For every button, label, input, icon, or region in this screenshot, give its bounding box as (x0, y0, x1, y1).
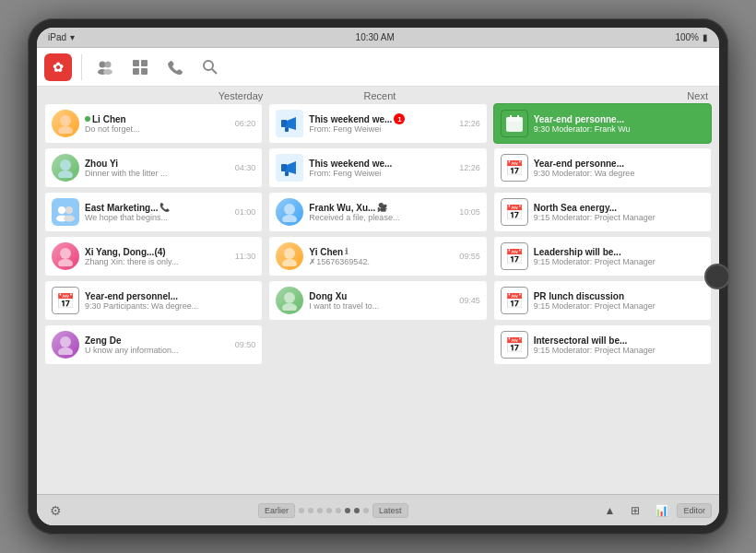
list-item[interactable]: This weekend we... 1 From: Feng Weiwei 1… (268, 103, 487, 144)
card-time: 12:26 (459, 119, 480, 128)
app-logo[interactable]: ✿ (44, 53, 72, 81)
page-dot[interactable] (299, 508, 304, 513)
page-dot[interactable] (326, 508, 332, 513)
card-body: Zhou Yi Dinner with the litter ... (85, 159, 230, 178)
card-subtitle: 9:15 Moderator: Project Manager (534, 301, 704, 311)
svg-point-8 (204, 61, 213, 70)
page-dot[interactable] (308, 508, 313, 513)
nav-bar: ✿ (37, 48, 719, 87)
card-body: This weekend we... 1 From: Feng Weiwei (309, 113, 454, 134)
grid-icon[interactable] (126, 53, 154, 81)
svg-point-15 (65, 206, 73, 214)
card-body: Leadership will be... 9:15 Moderator: Pr… (534, 247, 704, 266)
svg-point-10 (60, 115, 71, 126)
svg-point-11 (58, 126, 73, 134)
svg-point-28 (284, 248, 295, 259)
logo-symbol: ✿ (53, 60, 64, 75)
card-title: Year-end personnel... (85, 291, 250, 301)
list-item[interactable]: Dong Xu I want to travel to... 09:45 (268, 280, 487, 321)
bottom-right: ▲ ⊞ 📊 Editor (599, 500, 712, 521)
svg-point-27 (282, 215, 297, 222)
recent-column: This weekend we... 1 From: Feng Weiwei 1… (268, 103, 487, 494)
battery-icon: ▮ (703, 32, 708, 42)
card-body: Year-end personne... 9:30 Moderator: Wa … (534, 159, 704, 178)
card-time: 09:55 (459, 252, 480, 261)
card-subtitle: From: Feng Weiwei (309, 169, 454, 178)
card-title: North Sea energy... (534, 203, 704, 213)
card-body: Zeng De U know any information... (85, 335, 230, 355)
list-item[interactable]: 📅 Year-end personne... 9:30 Moderator: W… (493, 147, 712, 188)
card-body: East Marketing... 📞 We hope that begins.… (85, 203, 230, 222)
megaphone-avatar (276, 110, 303, 137)
list-item[interactable]: 📅 Year-end personnel... 9:30 Participant… (44, 280, 263, 321)
list-item[interactable]: This weekend we... From: Feng Weiwei 12:… (268, 147, 487, 188)
svg-point-12 (60, 159, 71, 171)
svg-rect-5 (141, 60, 148, 66)
card-body: Intersectoral will be... 9:15 Moderator:… (534, 335, 704, 355)
contacts-icon[interactable] (91, 53, 119, 81)
list-item[interactable]: Xi Yang, Dong...(4) Zhang Xin: there is … (44, 236, 263, 276)
unread-badge: 1 (394, 113, 405, 124)
svg-point-1 (105, 61, 112, 67)
carrier-label: iPad (48, 32, 66, 42)
search-icon[interactable] (196, 53, 224, 81)
chart-icon[interactable]: 📊 (651, 500, 671, 521)
list-item[interactable]: Zhou Yi Dinner with the litter ... 04:30 (44, 147, 263, 188)
card-subtitle: 9:15 Moderator: Project Manager (534, 213, 704, 222)
up-icon[interactable]: ▲ (599, 500, 620, 521)
card-subtitle: From: Feng Weiwei (309, 124, 454, 134)
earlier-button[interactable]: Earlier (258, 503, 295, 518)
list-item[interactable]: Yi Chen ℹ ✗15676369542. 09:55 (268, 236, 487, 276)
grid-view-icon[interactable]: ⊞ (625, 500, 645, 521)
card-title: Zhou Yi (85, 159, 230, 169)
editor-button[interactable]: Editor (677, 503, 712, 518)
card-title: East Marketing... 📞 (85, 203, 230, 213)
phone-icon[interactable] (161, 53, 189, 81)
list-item[interactable]: 📅 Leadership will be... 9:15 Moderator: … (493, 236, 712, 276)
list-item[interactable]: Frank Wu, Xu... 🎥 Received a file, pleas… (268, 192, 487, 232)
video-icon: 🎥 (377, 203, 387, 212)
card-subtitle: U know any information... (85, 346, 230, 355)
card-subtitle: We hope that begins... (85, 213, 230, 222)
svg-point-14 (58, 206, 65, 214)
list-item[interactable]: 📅 PR lunch discussion 9:15 Moderator: Pr… (493, 280, 712, 321)
card-subtitle: 9:30 Moderator: Frank Wu (534, 124, 704, 134)
columns-area: Li Chen Do not forget... 06:20 Zhou Yi D… (37, 103, 719, 494)
page-dot[interactable] (317, 508, 323, 513)
list-item[interactable]: Li Chen Do not forget... 06:20 (44, 103, 263, 144)
svg-rect-4 (133, 60, 139, 66)
card-body: Li Chen Do not forget... (85, 114, 230, 134)
card-title: Frank Wu, Xu... 🎥 (309, 203, 454, 213)
svg-point-18 (60, 248, 71, 259)
info-icon: ℹ (345, 247, 348, 256)
calendar-avatar: 📅 (501, 287, 528, 314)
svg-rect-7 (141, 68, 148, 75)
card-body: This weekend we... From: Feng Weiwei (309, 159, 454, 178)
card-body: Dong Xu I want to travel to... (309, 291, 454, 311)
svg-point-26 (284, 204, 295, 215)
card-time: 04:30 (235, 163, 256, 172)
settings-button[interactable]: ⚙ (44, 500, 66, 522)
list-item[interactable]: Zeng De U know any information... 09:50 (44, 324, 263, 365)
card-title: This weekend we... 1 (309, 113, 454, 124)
calendar-avatar (501, 110, 528, 137)
list-item[interactable]: Year-end personne... 9:30 Moderator: Fra… (493, 103, 712, 144)
svg-point-17 (64, 216, 75, 222)
svg-point-0 (100, 61, 106, 67)
home-button[interactable] (704, 264, 730, 289)
latest-button[interactable]: Latest (372, 503, 408, 518)
page-dot[interactable] (354, 508, 360, 513)
card-title: Year-end personne... (534, 114, 704, 124)
list-item[interactable]: 📅 North Sea energy... 9:15 Moderator: Pr… (493, 192, 712, 232)
card-title: Xi Yang, Dong...(4) (85, 247, 230, 257)
calendar-avatar: 📅 (501, 242, 528, 270)
list-item[interactable]: East Marketing... 📞 We hope that begins.… (44, 192, 263, 232)
card-subtitle: Zhang Xin: there is only... (85, 257, 230, 266)
list-item[interactable]: 📅 Intersectoral will be... 9:15 Moderato… (493, 324, 712, 365)
card-time: 12:26 (459, 163, 480, 172)
page-dot[interactable] (363, 508, 369, 513)
card-body: Year-end personne... 9:30 Moderator: Fra… (534, 114, 704, 134)
page-dot[interactable] (345, 508, 350, 513)
page-dot[interactable] (336, 508, 341, 513)
card-subtitle: 9:30 Participants: Wa degree... (85, 301, 250, 311)
